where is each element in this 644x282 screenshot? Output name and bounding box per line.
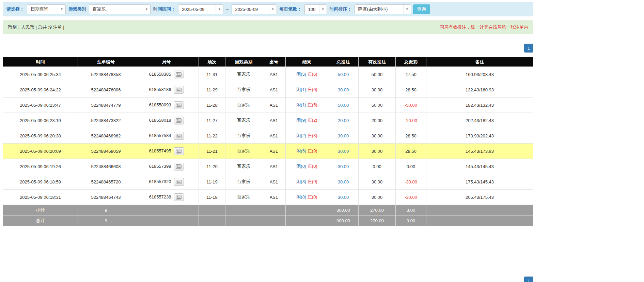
picture-icon xyxy=(176,180,182,184)
cell-valid-bet: 50.00 xyxy=(359,67,396,82)
result-player: 闲(8) xyxy=(296,194,306,199)
subtotal-count: 9 xyxy=(78,205,134,216)
result-player: 闲(0) xyxy=(296,164,306,169)
game-type-select[interactable]: 百家乐 ▼ xyxy=(89,4,151,14)
round-result-image-button[interactable] xyxy=(174,163,184,170)
cell-total-bet: 30.00 xyxy=(328,128,359,144)
table-row: 2025-05-09 06:19:26 522488466608 6185573… xyxy=(3,159,533,174)
search-button[interactable]: 查询 xyxy=(413,4,430,14)
result-player: 闲(2) xyxy=(296,133,306,138)
spacer xyxy=(3,226,533,277)
cell-payout: 28.50 xyxy=(396,128,426,144)
cell-note: 182.43/132.43 xyxy=(426,98,533,113)
cell-session: 11-18 xyxy=(199,190,225,205)
header-result: 结果 xyxy=(286,57,328,67)
subtotal-valid-bet: 270.00 xyxy=(359,205,396,216)
subtotal-payout: 3.00 xyxy=(396,205,426,216)
cell-time: 2025-05-09 06:24:22 xyxy=(3,82,78,98)
cell-session: 11-20 xyxy=(199,159,225,174)
bet-records-table: 时间 注单编号 局号 场次 游戏类别 桌号 结果 总投注 有效投注 总派彩 备注… xyxy=(3,57,533,226)
query-type-select[interactable]: 日期查询 ▼ xyxy=(27,4,66,14)
range-separator: ~ xyxy=(225,7,230,12)
cell-session: 11-27 xyxy=(199,113,225,128)
result-banker: 庄(6) xyxy=(308,72,317,77)
header-payout: 总派彩 xyxy=(396,57,426,67)
cell-round: 618557584 xyxy=(134,128,199,144)
cell-result: 闲(8) 庄(9) xyxy=(286,174,328,190)
result-player: 闲(1) xyxy=(296,102,306,107)
picture-icon xyxy=(176,149,182,153)
result-player: 闲(9) xyxy=(296,118,306,123)
cell-time: 2025-05-09 06:20:09 xyxy=(3,144,78,159)
cell-table-no: AS1 xyxy=(262,128,286,144)
date-from-select[interactable]: 2025-05-09 ▼ xyxy=(178,4,223,14)
total-bet-link[interactable]: 30.00 xyxy=(338,87,349,92)
round-result-image-button[interactable] xyxy=(174,101,184,109)
cell-total-bet: 30.00 xyxy=(328,190,359,205)
chevron-down-icon[interactable]: ▼ xyxy=(403,5,411,14)
total-bet-link[interactable]: 30.00 xyxy=(338,164,349,169)
cell-note: 175.43/145.43 xyxy=(426,174,533,190)
pagination-bottom: 1 xyxy=(3,277,533,282)
cell-session: 11-21 xyxy=(199,144,225,159)
cell-note: 173.93/202.43 xyxy=(426,128,533,144)
page-1-button[interactable]: 1 xyxy=(524,44,533,53)
cell-time: 2025-05-09 06:25:34 xyxy=(3,67,78,82)
round-result-image-button[interactable] xyxy=(174,71,184,78)
cell-valid-bet: 30.00 xyxy=(359,174,396,190)
page-1-button[interactable]: 1 xyxy=(524,277,533,282)
chevron-down-icon[interactable]: ▼ xyxy=(143,5,150,14)
cell-bet-id: 522488464743 xyxy=(78,190,134,205)
chevron-down-icon[interactable]: ▼ xyxy=(319,5,327,14)
cell-table-no: AS1 xyxy=(262,144,286,159)
total-bet-link[interactable]: 50.00 xyxy=(338,72,349,77)
result-player: 闲(6) xyxy=(296,148,306,153)
total-bet-link[interactable]: 30.00 xyxy=(338,149,349,154)
round-id: 618557495 xyxy=(149,148,171,153)
total-bet-link[interactable]: 30.00 xyxy=(338,179,349,184)
round-result-image-button[interactable] xyxy=(174,132,184,140)
round-result-image-button[interactable] xyxy=(174,147,184,155)
total-row: 总计 9 300.00 270.00 3.00 xyxy=(3,216,533,226)
cell-payout: 0.00 xyxy=(396,159,426,174)
cell-result: 闲(0) 庄(0) xyxy=(286,159,328,174)
cell-bet-id: 522488473822 xyxy=(78,113,134,128)
table-row: 2025-05-09 06:25:34 522488478358 6185583… xyxy=(3,67,533,82)
cell-total-bet: 30.00 xyxy=(328,159,359,174)
cell-table-no: AS1 xyxy=(262,190,286,205)
round-result-image-button[interactable] xyxy=(174,193,184,201)
round-result-image-button[interactable] xyxy=(174,86,184,94)
round-result-image-button[interactable] xyxy=(174,178,184,186)
cell-total-bet: 30.00 xyxy=(328,82,359,98)
cell-note: 145.43/173.93 xyxy=(426,144,533,159)
header-game-type: 游戏类别 xyxy=(225,57,262,67)
table-row: 2025-05-09 06:18:31 522488464743 6185572… xyxy=(3,190,533,205)
cell-game-type: 百家乐 xyxy=(225,113,262,128)
total-bet-link[interactable]: 30.00 xyxy=(338,195,349,200)
result-player: 闲(1) xyxy=(296,87,306,92)
cell-payout: -20.00 xyxy=(396,113,426,128)
per-page-select[interactable]: 100 ▼ xyxy=(304,4,327,14)
result-banker: 庄(2) xyxy=(308,118,317,123)
date-to-select[interactable]: 2025-05-09 ▼ xyxy=(232,4,277,14)
total-bet-link[interactable]: 30.00 xyxy=(338,133,349,138)
date-from-value: 2025-05-09 xyxy=(178,7,216,12)
cell-time: 2025-05-09 06:23:47 xyxy=(3,98,78,113)
total-bet-link[interactable]: 50.00 xyxy=(338,103,349,108)
total-bet-link[interactable]: 20.00 xyxy=(338,118,349,123)
chevron-down-icon[interactable]: ▼ xyxy=(216,5,223,14)
cell-payout: -30.00 xyxy=(396,174,426,190)
note-warning-text: 同局有效投注，统一计算在该局第一张注单内 xyxy=(440,24,528,30)
result-player: 闲(8) xyxy=(296,179,306,184)
cell-valid-bet: 0.00 xyxy=(359,159,396,174)
cell-time: 2025-05-09 06:18:59 xyxy=(3,174,78,190)
pagination-top: 1 xyxy=(3,44,533,53)
chevron-down-icon[interactable]: ▼ xyxy=(58,5,65,14)
sort-order-select[interactable]: 降幂(由大到小) ▼ xyxy=(355,4,411,14)
cell-table-no: AS1 xyxy=(262,113,286,128)
cell-round: 618558093 xyxy=(134,98,199,113)
round-result-image-button[interactable] xyxy=(174,117,184,124)
chevron-down-icon[interactable]: ▼ xyxy=(269,5,277,14)
table-body: 2025-05-09 06:25:34 522488478358 6185583… xyxy=(3,67,533,205)
round-id: 618557584 xyxy=(149,133,171,138)
